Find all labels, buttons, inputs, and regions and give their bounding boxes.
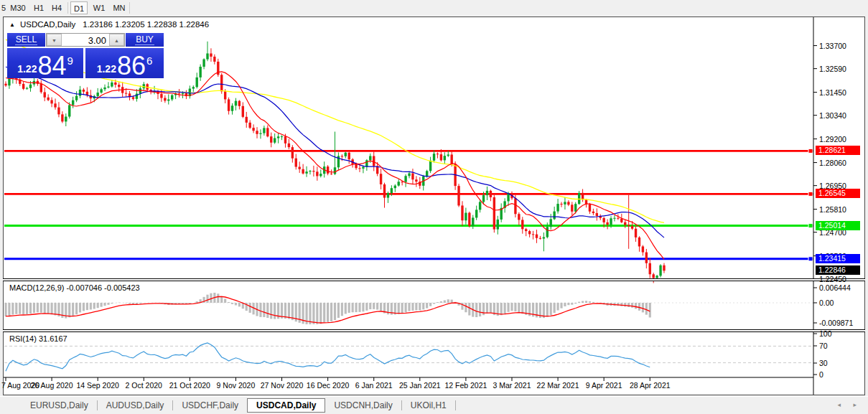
volume-down-icon[interactable]: ▼ xyxy=(47,34,62,46)
macd-label: MACD(12,26,9) -0.007046 -0.005423 xyxy=(9,283,140,292)
date-axis-label: 3 Mar 2021 xyxy=(486,381,538,390)
tab-scroll-left-icon[interactable]: ◂ xyxy=(837,401,841,408)
price-axis-label: 1.33700 xyxy=(819,42,846,50)
date-axis-label: 28 Apr 2021 xyxy=(624,381,676,390)
price-axis-label: 1.30340 xyxy=(819,111,846,120)
buy-button[interactable]: BUY xyxy=(126,33,164,47)
timeframe-button-M30[interactable]: M30 xyxy=(9,1,27,14)
timeframe-button-5[interactable]: 5 xyxy=(0,1,7,14)
date-axis-label: 2 Oct 2020 xyxy=(118,381,169,390)
date-axis-label: 9 Nov 2020 xyxy=(210,381,261,390)
date-axis-label: 6 Jan 2021 xyxy=(348,381,400,390)
sell-price-big: 84 xyxy=(37,54,66,78)
macd-axis-label: 0.006444 xyxy=(819,283,851,292)
volume-spinner: ▼ ▲ xyxy=(46,33,125,47)
toolbar-separator xyxy=(67,2,68,14)
sell-button[interactable]: SELL xyxy=(7,33,45,47)
chart-ohlc-values: 1.23186 1.23205 1.22838 1.22846 xyxy=(83,20,209,29)
volume-input[interactable] xyxy=(62,34,109,46)
date-axis-label: 25 Jan 2021 xyxy=(394,381,446,390)
rsi-label: RSI(14) 31.6167 xyxy=(9,334,67,343)
date-axis-label: 27 Nov 2020 xyxy=(256,381,308,390)
timeframe-button-D1[interactable]: D1 xyxy=(70,1,88,14)
timeframe-button-H4[interactable]: H4 xyxy=(50,1,64,14)
price-axis-label: 1.29200 xyxy=(819,135,846,144)
sell-price-box[interactable]: 1.22 84 9 xyxy=(7,48,83,78)
buy-price-pip: 6 xyxy=(146,55,152,67)
date-axis-label: 14 Sep 2020 xyxy=(72,381,123,390)
price-badge: 1.25014 xyxy=(816,221,860,230)
tab-ukoil-h1[interactable]: UKOil,H1 xyxy=(402,398,455,413)
tab-scroll-right-icon[interactable]: ▸ xyxy=(853,401,857,408)
macd-axis-label: 0.00 xyxy=(819,298,834,307)
rsi-axis-label: 30 xyxy=(819,359,828,367)
date-axis-label: 21 Oct 2020 xyxy=(164,381,215,390)
buy-price-big: 86 xyxy=(117,54,146,78)
date-axis-label: 22 Mar 2021 xyxy=(532,381,584,390)
symbol-tab-bar: ◂ ▸ EURUSD,DailyAUDUSD,DailyUSDCHF,Daily… xyxy=(0,396,868,414)
tab-audusd-daily[interactable]: AUDUSD,Daily xyxy=(98,398,173,413)
buy-price-box[interactable]: 1.22 86 6 xyxy=(85,48,164,78)
one-click-trade-panel: SELL ▼ ▲ BUY 1.22 84 9 1.22 86 6 xyxy=(7,33,164,78)
price-badge: 1.23415 xyxy=(816,254,860,263)
price-axis-label: 1.28060 xyxy=(819,159,846,167)
price-axis-label: 1.22450 xyxy=(819,275,846,283)
price-axis-label: 1.25810 xyxy=(819,205,846,214)
date-axis-label: 9 Apr 2021 xyxy=(578,381,630,390)
collapse-arrow-icon[interactable]: ▲ xyxy=(9,22,15,28)
price-axis-label: 1.32590 xyxy=(819,65,846,73)
tab-separator xyxy=(455,400,456,410)
price-badge: 1.28621 xyxy=(816,146,860,155)
rsi-axis-label: 100 xyxy=(819,329,832,338)
price-badge: 1.22846 xyxy=(816,265,860,275)
tab-usdcad-daily[interactable]: USDCAD,Daily xyxy=(247,398,325,413)
timeframe-button-W1[interactable]: W1 xyxy=(91,1,107,14)
date-axis-label: 26 Aug 2020 xyxy=(26,381,78,390)
timeframe-button-MN[interactable]: MN xyxy=(111,1,128,14)
macd-splitter[interactable] xyxy=(3,278,865,281)
rsi-axis-label: 0 xyxy=(819,370,823,379)
volume-up-icon[interactable]: ▲ xyxy=(109,34,124,46)
date-axis-label: 12 Feb 2021 xyxy=(440,381,492,390)
toolbar-separator xyxy=(129,2,130,14)
chart-symbol: USDCAD,Daily xyxy=(20,20,75,29)
tab-eurusd-daily[interactable]: EURUSD,Daily xyxy=(22,398,97,413)
date-axis-label: 16 Dec 2020 xyxy=(302,381,354,390)
price-badge: 1.26545 xyxy=(816,189,860,198)
sell-price-pip: 9 xyxy=(67,55,73,67)
rsi-splitter[interactable] xyxy=(3,329,865,332)
tab-usdcnh-daily[interactable]: USDCNH,Daily xyxy=(325,398,401,413)
timeframe-button-H1[interactable]: H1 xyxy=(32,1,46,14)
buy-price-prefix: 1.22 xyxy=(97,63,116,75)
sell-price-prefix: 1.22 xyxy=(17,63,37,75)
rsi-axis-label: 70 xyxy=(819,342,828,350)
macd-axis-label: -0.009871 xyxy=(819,319,853,327)
chart-title: ▲USDCAD,Daily1.23186 1.23205 1.22838 1.2… xyxy=(9,20,209,29)
price-axis-label: 1.31450 xyxy=(819,88,846,97)
tab-usdchf-daily[interactable]: USDCHF,Daily xyxy=(173,398,247,413)
timeframe-toolbar: 5M30H1H4D1W1MN xyxy=(0,0,868,17)
